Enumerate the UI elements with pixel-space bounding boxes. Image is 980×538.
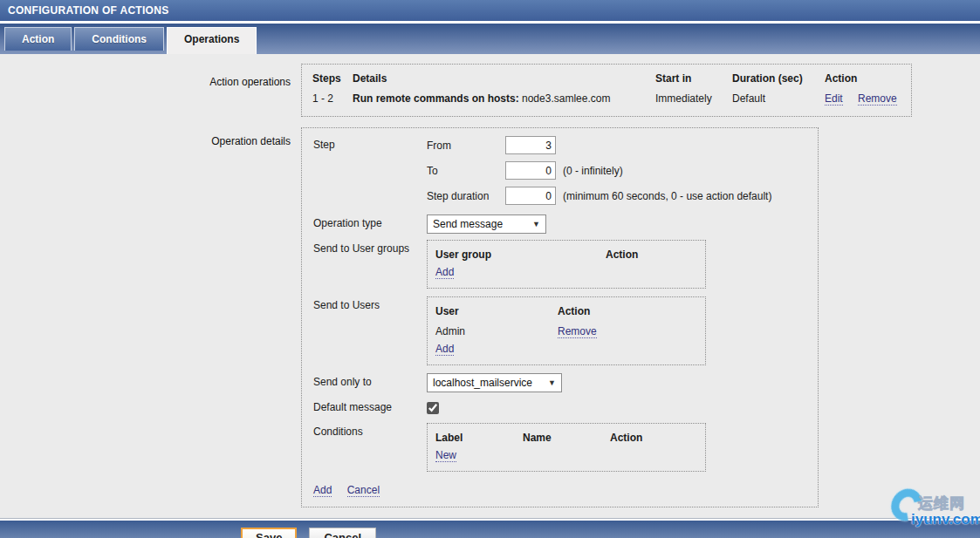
col-header-user-group-action: Action	[606, 249, 638, 261]
send-only-to-label: Send only to	[313, 373, 427, 388]
col-header-action: Action	[825, 72, 901, 85]
chevron-down-icon: ▼	[548, 378, 556, 387]
users-box: User Action Admin Remove Add	[427, 296, 706, 365]
operation-type-label: Operation type	[313, 215, 427, 229]
content-area: Action operations Steps Details Start in…	[0, 54, 980, 518]
page: CONFIGURATION OF ACTIONS Action Conditio…	[0, 0, 980, 538]
send-to-users-label: Send to Users	[313, 296, 427, 311]
conditions-header: Label Name Action	[435, 429, 697, 449]
action-operations-row: Action operations Steps Details Start in…	[0, 64, 980, 117]
step-duration-row: Step duration (minimum 60 seconds, 0 - u…	[427, 187, 807, 205]
default-message-checkbox[interactable]	[427, 402, 439, 414]
send-only-to-value: localhost_mailservice	[433, 377, 532, 389]
from-input[interactable]	[505, 136, 556, 154]
conditions-label: Conditions	[313, 423, 427, 438]
cancel-operation-link[interactable]: Cancel	[347, 484, 380, 497]
cell-action: Edit Remove	[825, 92, 901, 105]
user-name: Admin	[435, 325, 558, 337]
page-title: CONFIGURATION OF ACTIONS	[0, 0, 980, 21]
cell-duration: Default	[732, 92, 825, 105]
col-header-user-action: Action	[558, 305, 590, 317]
step-duration-label: Step duration	[427, 190, 505, 202]
new-condition-link[interactable]: New	[435, 449, 456, 462]
send-to-user-groups-row: Send to User groups User group Action Ad…	[313, 240, 807, 289]
col-header-steps: Steps	[312, 72, 353, 85]
remove-link[interactable]: Remove	[858, 92, 897, 106]
operation-details-label: Operation details	[0, 127, 291, 147]
conditions-new-row: New	[435, 449, 697, 462]
operation-type-value: Send message	[433, 218, 503, 230]
cell-details-host: node3.samlee.com	[519, 92, 611, 105]
remove-user-link[interactable]: Remove	[558, 325, 597, 338]
operation-footer-links: Add Cancel	[313, 484, 807, 496]
cell-start-in: Immediately	[655, 92, 732, 105]
col-header-user: User	[435, 305, 558, 317]
step-label: Step	[313, 136, 427, 151]
tab-action[interactable]: Action	[4, 27, 72, 51]
cancel-button[interactable]: Cancel	[309, 528, 376, 538]
step-to-row: To (0 - infinitely)	[427, 161, 807, 180]
default-message-row: Default message	[313, 398, 807, 417]
users-header: User Action	[435, 303, 697, 323]
conditions-box: Label Name Action New	[427, 423, 706, 472]
col-header-details: Details	[353, 72, 655, 85]
user-row: Admin Remove	[435, 323, 697, 343]
edit-link[interactable]: Edit	[825, 92, 843, 106]
step-from-row: From	[427, 136, 807, 154]
chevron-down-icon: ▼	[532, 220, 540, 228]
table-row: 1 - 2 Run remote commands on hosts: node…	[312, 90, 901, 107]
table-header-row: Steps Details Start in Duration (sec) Ac…	[312, 69, 901, 90]
to-hint: (0 - infinitely)	[563, 165, 623, 177]
cell-details-bold: Run remote commands on hosts:	[353, 92, 519, 105]
operation-type-row: Operation type Send message ▼	[313, 215, 807, 234]
operation-details-box: Step From To (0 - infinitely)	[301, 127, 819, 507]
from-label: From	[427, 140, 505, 152]
send-to-user-groups-label: Send to User groups	[313, 240, 427, 255]
add-user-link[interactable]: Add	[435, 343, 454, 356]
tab-operations[interactable]: Operations	[167, 27, 257, 54]
to-input[interactable]	[505, 161, 556, 180]
send-to-users-row: Send to Users User Action Admin Remove	[313, 296, 807, 365]
cell-details: Run remote commands on hosts: node3.saml…	[353, 92, 655, 105]
add-operation-link[interactable]: Add	[313, 484, 332, 497]
col-header-name: Name	[523, 432, 610, 444]
send-only-to-row: Send only to localhost_mailservice ▼	[313, 373, 807, 392]
col-header-start-in: Start in	[655, 72, 732, 85]
bottom-bar: Save Cancel	[0, 521, 980, 538]
conditions-row: Conditions Label Name Action New	[313, 423, 807, 472]
user-groups-box: User group Action Add	[427, 240, 706, 289]
col-header-duration: Duration (sec)	[732, 72, 825, 85]
save-button[interactable]: Save	[241, 528, 297, 538]
cell-steps: 1 - 2	[312, 92, 353, 105]
default-message-label: Default message	[313, 398, 427, 413]
col-header-condition-action: Action	[610, 432, 642, 444]
tab-bar: Action Conditions Operations	[0, 24, 980, 54]
send-only-to-select[interactable]: localhost_mailservice ▼	[427, 373, 562, 392]
users-add-row: Add	[435, 343, 697, 356]
step-duration-input[interactable]	[505, 187, 556, 205]
to-label: To	[427, 165, 505, 177]
add-user-group-link[interactable]: Add	[435, 266, 454, 279]
col-header-label: Label	[435, 432, 523, 444]
user-groups-add-row: Add	[435, 266, 697, 279]
operation-details-row: Operation details Step From To	[0, 127, 980, 507]
tab-conditions[interactable]: Conditions	[74, 27, 164, 51]
action-operations-label: Action operations	[0, 64, 291, 88]
col-header-user-group: User group	[435, 249, 606, 261]
operation-type-select[interactable]: Send message ▼	[427, 215, 546, 234]
user-groups-header: User group Action	[435, 246, 697, 266]
action-operations-table: Steps Details Start in Duration (sec) Ac…	[301, 64, 912, 117]
step-duration-hint: (minimum 60 seconds, 0 - use action defa…	[563, 190, 771, 202]
step-row: Step From To (0 - infinitely)	[313, 136, 807, 207]
